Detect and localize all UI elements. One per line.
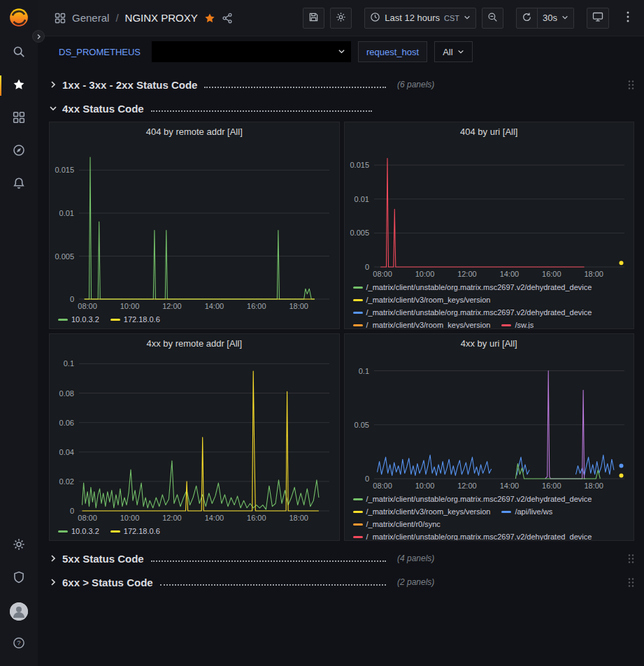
svg-text:18:00: 18:00 — [584, 270, 603, 278]
svg-text:10:00: 10:00 — [415, 270, 434, 278]
legend-swatch — [353, 312, 363, 314]
svg-text:10:00: 10:00 — [415, 482, 434, 490]
sidebar-item-server-admin[interactable] — [0, 562, 38, 595]
row-title: 4xx Status Code — [62, 103, 144, 115]
more-options-kebab[interactable] — [622, 8, 634, 29]
share-icon[interactable] — [222, 13, 233, 24]
legend-swatch — [353, 287, 363, 289]
sidebar-item-dashboards[interactable] — [0, 102, 38, 135]
row-6xx[interactable]: 6xx > Status Code (2 panels) — [49, 570, 634, 594]
sidebar-item-alerting[interactable] — [0, 168, 38, 201]
legend-item[interactable]: /_matrix/client/r0/sync — [353, 518, 441, 530]
svg-text:0.08: 0.08 — [59, 389, 74, 398]
legend-item[interactable]: 172.18.0.6 — [110, 525, 160, 537]
legend-label: 172.18.0.6 — [124, 525, 160, 537]
legend-item[interactable]: /_matrix/client/unstable/org.matrix.msc2… — [353, 306, 592, 319]
chevron-down-icon — [464, 13, 471, 23]
sidebar-item-help[interactable]: ? — [0, 628, 38, 660]
sidebar-item-starred[interactable] — [0, 69, 38, 102]
row-panel-count: (4 panels) — [397, 553, 434, 563]
chevron-down-icon — [49, 104, 57, 113]
panel-title[interactable]: 404 by remote addr [All] — [50, 122, 339, 140]
svg-text:0.04: 0.04 — [59, 448, 74, 456]
apps-grid-icon[interactable] — [55, 13, 66, 24]
legend-item[interactable]: 10.0.3.2 — [58, 525, 99, 537]
request-host-variable-dropdown[interactable]: All — [434, 41, 472, 62]
sidebar-expand-button[interactable] — [32, 30, 45, 43]
svg-text:0.01: 0.01 — [59, 209, 74, 217]
row-4xx[interactable]: 4xx Status Code — [49, 96, 634, 120]
timeseries-chart[interactable]: 00.0050.010.01508:0010:0012:0014:0016:00… — [50, 140, 339, 312]
row-dotted-leader — [151, 560, 386, 562]
legend-item[interactable]: /_matrix/client/v3/room_keys/version — [353, 294, 491, 306]
request-host-label-text: request_host — [366, 47, 419, 57]
legend-item[interactable]: /_matrix/client/unstable/org.matrix.msc2… — [353, 493, 592, 505]
zoom-out-time-button[interactable] — [482, 8, 503, 29]
favorite-star-icon[interactable] — [204, 13, 215, 24]
request-host-value-text: All — [443, 47, 452, 57]
legend-swatch — [353, 324, 363, 326]
svg-text:0.02: 0.02 — [59, 477, 74, 486]
dashboard-content: 1xx - 3xx - 2xx Status Code (6 panels) 4… — [38, 67, 644, 666]
legend-item[interactable]: /api/live/ws — [501, 505, 552, 518]
timeseries-chart[interactable]: 00.0050.010.01508:0010:0012:0014:0016:00… — [345, 140, 634, 280]
dashboard-settings-button[interactable] — [330, 8, 352, 29]
user-avatar — [10, 602, 28, 621]
refresh-controls: 30s — [516, 8, 574, 29]
breadcrumb-folder[interactable]: General — [72, 12, 109, 24]
svg-text:18:00: 18:00 — [289, 514, 308, 522]
save-dashboard-button[interactable] — [303, 8, 324, 29]
legend-swatch — [58, 319, 68, 321]
datasource-variable-dropdown[interactable] — [152, 41, 351, 62]
panel-title[interactable]: 404 by uri [All] — [345, 122, 634, 140]
timeseries-chart[interactable]: 00.050.108:0010:0012:0014:0016:0018:00 — [345, 352, 634, 491]
legend-item[interactable]: /sw.js — [501, 319, 534, 328]
refresh-button[interactable] — [516, 8, 538, 29]
row-panel-count: (2 panels) — [397, 577, 434, 587]
panel-1: 404 by remote addr [All]00.0050.010.0150… — [49, 122, 340, 329]
request-host-variable-label[interactable]: request_host — [358, 41, 427, 62]
breadcrumb: General / NGINX PROXY — [55, 12, 233, 24]
legend-label: /sw.js — [515, 319, 534, 328]
legend-swatch — [353, 536, 363, 538]
row-5xx[interactable]: 5xx Status Code (4 panels) — [49, 546, 634, 570]
row-drag-handle[interactable] — [628, 80, 634, 90]
legend-label: 10.0.3.2 — [71, 313, 99, 326]
svg-text:16:00: 16:00 — [542, 482, 561, 490]
alerting-bell-icon — [13, 177, 25, 191]
svg-text:0.05: 0.05 — [354, 421, 368, 429]
time-range-picker[interactable]: Last 12 hours CST — [364, 8, 476, 29]
sidebar-item-explore[interactable] — [0, 135, 38, 168]
row-drag-handle[interactable] — [628, 553, 634, 564]
svg-text:12:00: 12:00 — [162, 302, 182, 310]
row-drag-handle[interactable] — [628, 577, 634, 588]
svg-text:08:00: 08:00 — [373, 270, 392, 278]
sidebar-item-configuration[interactable] — [0, 529, 38, 562]
panel-title[interactable]: 4xx by uri [All] — [345, 334, 634, 352]
svg-text:16:00: 16:00 — [542, 270, 561, 278]
svg-text:14:00: 14:00 — [499, 482, 519, 490]
legend-item[interactable]: /_matrix/client/v3/room_keys/version — [353, 505, 491, 518]
row-panel-count: (6 panels) — [397, 80, 434, 89]
grafana-logo[interactable] — [8, 7, 29, 28]
dashboard-title[interactable]: NGINX PROXY — [125, 12, 198, 24]
row-1xx-3xx-2xx[interactable]: 1xx - 3xx - 2xx Status Code (6 panels) — [49, 73, 634, 96]
panel-title[interactable]: 4xx by remote addr [All] — [50, 334, 339, 352]
refresh-interval-dropdown[interactable]: 30s — [538, 8, 574, 29]
main-area: General / NGINX PROXY — [38, 0, 644, 666]
legend-label: /_matrix/client/unstable/org.matrix.msc2… — [366, 493, 592, 505]
timeseries-chart[interactable]: 00.020.040.060.080.108:0010:0012:0014:00… — [50, 352, 339, 523]
row-title: 5xx Status Code — [62, 553, 144, 565]
legend-item[interactable]: /_matrix/client/unstable/org.matrix.msc2… — [353, 281, 592, 294]
datasource-variable-label[interactable]: DS_PROMETHEUS — [55, 43, 145, 61]
legend-item[interactable]: 10.0.3.2 — [58, 313, 99, 326]
cycle-view-mode-button[interactable] — [587, 8, 609, 29]
legend-label: /api/live/ws — [515, 505, 552, 518]
sidebar-item-profile[interactable] — [0, 595, 38, 628]
legend-item[interactable]: 172.18.0.6 — [110, 313, 160, 326]
svg-text:0.015: 0.015 — [55, 166, 74, 174]
panel-grid: 404 by remote addr [All]00.0050.010.0150… — [49, 122, 634, 541]
sidebar-item-search[interactable] — [0, 36, 38, 69]
legend-item[interactable]: /_matrix/client/unstable/org.matrix.msc2… — [353, 530, 592, 540]
legend-item[interactable]: /_matrix/client/v3/room_keys/version — [353, 319, 491, 328]
